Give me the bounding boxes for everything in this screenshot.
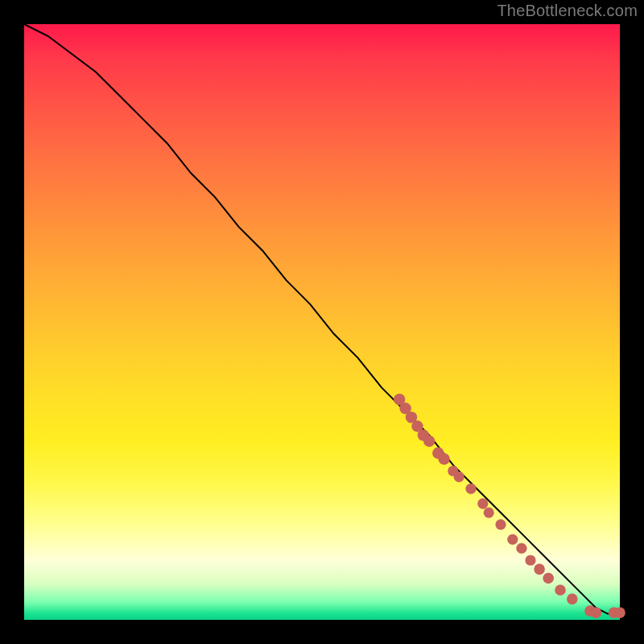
highlighted-markers — [394, 394, 625, 618]
highlighted-point — [567, 593, 578, 605]
plot-area — [24, 24, 620, 620]
highlighted-point — [454, 472, 464, 482]
chart-svg — [24, 24, 620, 620]
highlighted-point — [614, 607, 625, 618]
chart-frame: TheBottleneck.com — [0, 0, 644, 644]
highlighted-point — [484, 507, 494, 518]
highlighted-point — [439, 453, 450, 464]
highlighted-point — [507, 535, 518, 545]
highlighted-point — [543, 572, 554, 584]
highlighted-point — [477, 498, 488, 509]
highlighted-point — [423, 436, 435, 447]
highlighted-point — [516, 543, 526, 554]
highlighted-point — [555, 584, 566, 596]
attribution-label: TheBottleneck.com — [497, 2, 638, 20]
highlighted-point — [591, 607, 602, 618]
highlighted-point — [534, 564, 545, 575]
highlighted-point — [525, 555, 535, 565]
bottleneck-curve — [24, 24, 620, 614]
highlighted-point — [495, 519, 506, 530]
highlighted-point — [465, 484, 476, 494]
